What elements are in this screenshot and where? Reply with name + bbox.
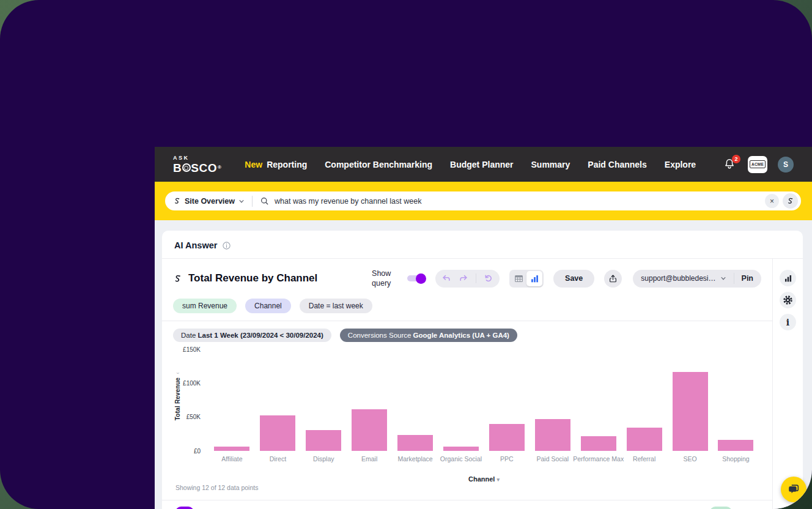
bar-column: Referral bbox=[627, 349, 662, 451]
divider bbox=[734, 273, 734, 284]
info-icon[interactable] bbox=[222, 241, 231, 250]
chat-widget-button[interactable] bbox=[781, 477, 806, 502]
y-tick-label: £150K bbox=[183, 346, 201, 352]
search-icon bbox=[260, 196, 269, 206]
y-tick-label: £100K bbox=[183, 379, 201, 386]
table-view-button[interactable] bbox=[511, 271, 526, 286]
table-icon bbox=[514, 274, 523, 283]
chart-toolbar-row: Total Revenue by Channel Show query bbox=[173, 269, 761, 289]
bar-column: Performance Max bbox=[581, 349, 616, 451]
answer-body: Total Revenue by Channel Show query bbox=[162, 259, 803, 509]
axis-sort-chevron-icon[interactable]: › bbox=[175, 372, 181, 374]
bar-affiliate[interactable] bbox=[214, 447, 249, 451]
bar-organic-social[interactable] bbox=[443, 447, 479, 451]
followup-button-partial[interactable] bbox=[175, 507, 194, 509]
bar-paid-social[interactable] bbox=[535, 419, 570, 451]
chip-sum-revenue[interactable]: sum Revenue bbox=[173, 299, 237, 313]
search-query-input[interactable]: what was my revenue by channel last week bbox=[275, 197, 761, 206]
notifications-button[interactable]: 2 bbox=[723, 157, 737, 172]
notification-count-badge: 2 bbox=[732, 155, 740, 163]
pin-button[interactable]: Pin bbox=[742, 274, 753, 283]
page-content: AI Answer Total Revenue by Cha bbox=[155, 220, 812, 509]
nav-item-budget-planner[interactable]: Budget Planner bbox=[450, 160, 513, 169]
redo-icon[interactable] bbox=[459, 273, 468, 283]
divider bbox=[476, 273, 476, 283]
gear-icon bbox=[783, 295, 793, 305]
clear-search-button[interactable]: × bbox=[765, 194, 779, 208]
share-account-dropdown[interactable]: support@bubbledesi… bbox=[641, 274, 726, 283]
user-avatar[interactable]: S bbox=[778, 157, 794, 173]
answer-main: Total Revenue by Channel Show query bbox=[162, 259, 772, 509]
chip-channel[interactable]: Channel bbox=[245, 299, 291, 313]
bar-seo[interactable] bbox=[673, 372, 708, 450]
nav-menu: NewReporting Competitor Benchmarking Bud… bbox=[245, 160, 696, 169]
nav-right-cluster: 2 ACME S bbox=[723, 156, 794, 173]
date-filter-chip[interactable]: Date Last 1 Week (23/09/2024 < 30/09/202… bbox=[173, 329, 331, 342]
logo-bosco-text: BSCO® bbox=[173, 162, 221, 174]
info-button[interactable]: i bbox=[780, 314, 796, 330]
share-account-value: support@bubbledesi… bbox=[641, 274, 715, 283]
app-frame: ASK BSCO® NewReporting Competitor Benchm… bbox=[155, 147, 812, 509]
view-switcher bbox=[509, 270, 544, 288]
save-button[interactable]: Save bbox=[553, 270, 594, 288]
bar-ppc[interactable] bbox=[489, 424, 525, 450]
bar-marketplace[interactable] bbox=[397, 435, 433, 450]
close-icon: × bbox=[770, 197, 774, 206]
x-tick-label: SEO bbox=[664, 455, 717, 463]
ai-answer-header: AI Answer bbox=[162, 231, 803, 259]
chart-options-button[interactable] bbox=[780, 270, 796, 286]
bar-chart-icon bbox=[530, 274, 539, 283]
bosco-spark-icon bbox=[173, 274, 182, 283]
chevron-down-icon: ▾ bbox=[496, 477, 500, 483]
nav-item-reporting[interactable]: NewReporting bbox=[245, 160, 307, 169]
x-tick-label: PPC bbox=[481, 455, 533, 463]
bar-column: Paid Social bbox=[535, 349, 570, 451]
conversions-source-chip[interactable]: Conversions Source Google Analytics (UA … bbox=[340, 329, 517, 342]
refresh-icon[interactable] bbox=[484, 273, 493, 283]
show-query-label: Show query bbox=[372, 269, 400, 289]
bar-shopping[interactable] bbox=[718, 440, 753, 451]
x-tick-label: Performance Max bbox=[572, 455, 625, 463]
undo-icon[interactable] bbox=[441, 273, 451, 283]
settings-button[interactable] bbox=[780, 292, 796, 308]
filters-row: Date Last 1 Week (23/09/2024 < 30/09/202… bbox=[173, 329, 761, 342]
x-axis-title[interactable]: Channel ▾ bbox=[207, 475, 761, 483]
share-button[interactable] bbox=[604, 270, 622, 288]
bar-direct[interactable] bbox=[260, 415, 295, 451]
scope-selector[interactable]: Site Overview bbox=[173, 197, 245, 206]
y-tick-label: £50K bbox=[186, 414, 201, 420]
bar-column: Shopping bbox=[718, 349, 753, 451]
chart-view-button[interactable] bbox=[526, 271, 542, 286]
nav-item-competitor-benchmarking[interactable]: Competitor Benchmarking bbox=[325, 160, 432, 169]
ask-bosco-logo[interactable]: ASK BSCO® bbox=[173, 155, 221, 174]
y-tick-label: £0 bbox=[194, 447, 201, 454]
x-tick-label: Organic Social bbox=[435, 455, 487, 463]
secondary-button-partial[interactable] bbox=[710, 507, 732, 509]
new-badge: New bbox=[245, 160, 262, 169]
x-tick-label: Display bbox=[297, 455, 350, 463]
share-account-pill: support@bubbledesi… Pin bbox=[633, 270, 761, 288]
chip-date-last-week[interactable]: Date = last week bbox=[300, 299, 372, 313]
x-tick-label: Shopping bbox=[709, 455, 762, 463]
bar-email[interactable] bbox=[352, 409, 387, 451]
submit-query-button[interactable] bbox=[783, 193, 798, 209]
chart-title: Total Revenue by Channel bbox=[188, 272, 317, 284]
ask-bosco-search-bar: Site Overview what was my revenue by cha… bbox=[155, 182, 812, 220]
bar-referral[interactable] bbox=[627, 428, 662, 451]
followup-actions-row bbox=[173, 500, 761, 509]
bar-display[interactable] bbox=[306, 430, 341, 450]
nav-item-explore[interactable]: Explore bbox=[665, 160, 696, 169]
x-tick-label: Marketplace bbox=[389, 455, 441, 463]
org-logo-acme[interactable]: ACME bbox=[748, 156, 767, 173]
nav-item-paid-channels[interactable]: Paid Channels bbox=[588, 160, 646, 169]
show-query-toggle[interactable] bbox=[407, 275, 424, 281]
scope-label: Site Overview bbox=[185, 197, 235, 206]
acme-logo-text: ACME bbox=[750, 160, 766, 168]
nav-item-summary[interactable]: Summary bbox=[531, 160, 570, 169]
bar-column: Display bbox=[306, 349, 341, 451]
bar-column: Marketplace bbox=[397, 349, 433, 451]
chat-bubble-icon bbox=[787, 483, 800, 496]
bar-performance-max[interactable] bbox=[581, 436, 616, 450]
x-tick-label: Direct bbox=[251, 455, 304, 463]
y-axis-title: › Total Revenue bbox=[174, 370, 181, 420]
